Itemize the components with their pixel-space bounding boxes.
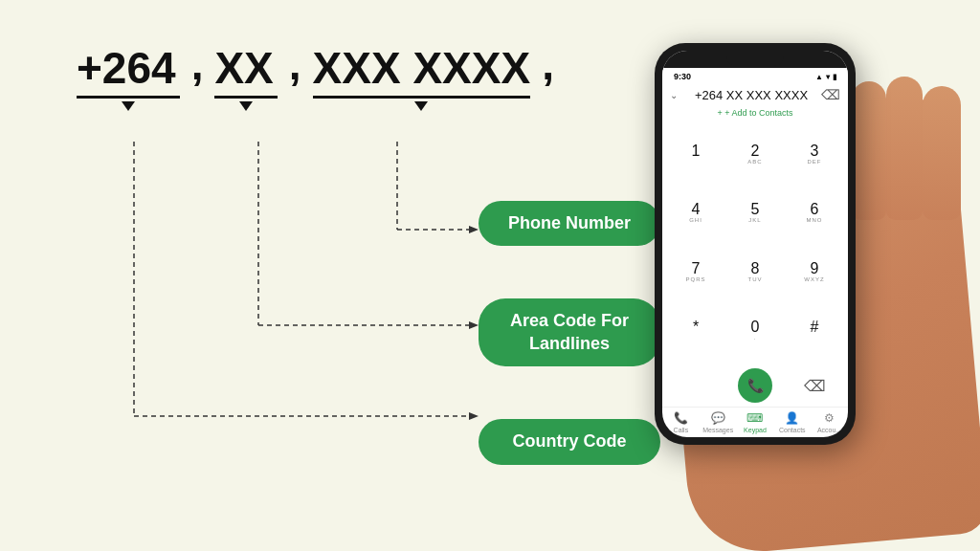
keypad-icon: ⌨ xyxy=(746,411,763,425)
add-icon: + xyxy=(717,108,722,118)
notch xyxy=(726,55,784,66)
svg-marker-5 xyxy=(469,321,479,329)
key-5[interactable]: 5JKL xyxy=(725,185,785,244)
nav-account[interactable]: ⚙ Accou... xyxy=(811,411,848,433)
number-display: ⌄ +264 XX XXX XXXX ⌫ xyxy=(662,83,848,106)
separator1: , xyxy=(191,38,204,90)
status-bar: 9:30 ▲ ▾ ▮ xyxy=(662,68,848,83)
account-icon: ⚙ xyxy=(824,411,835,425)
messages-icon: 💬 xyxy=(711,411,725,425)
separator3: , xyxy=(542,38,554,90)
segment-area-text: XX xyxy=(214,42,277,99)
key-4[interactable]: 4GHI xyxy=(666,185,725,244)
nav-keypad-label: Keypad xyxy=(744,427,767,433)
key-7[interactable]: 7PQRS xyxy=(666,243,725,302)
signal-icon: ▲ xyxy=(815,73,823,81)
call-button[interactable]: 📞 xyxy=(738,368,772,403)
key-0[interactable]: 0. xyxy=(725,302,785,362)
nav-keypad[interactable]: ⌨ Keypad xyxy=(737,411,774,433)
status-icons: ▲ ▾ ▮ xyxy=(815,73,836,81)
nav-account-label: Accou... xyxy=(817,427,841,433)
svg-marker-8 xyxy=(469,412,479,420)
segment-country-text: +264 xyxy=(77,42,180,99)
nav-messages[interactable]: 💬 Messages xyxy=(700,411,737,433)
nav-messages-label: Messages xyxy=(702,427,733,433)
action-row: 📞 ⌫ xyxy=(662,364,848,407)
nav-calls-label: Calls xyxy=(674,427,689,433)
notch-area xyxy=(662,51,848,68)
key-3[interactable]: 3DEF xyxy=(785,125,844,185)
segment-area: XX xyxy=(214,42,277,111)
finger3 xyxy=(852,81,886,220)
finger1 xyxy=(923,86,961,220)
svg-marker-2 xyxy=(469,226,479,233)
diagram-area: +264 , XX , XXX XXXX , xyxy=(48,38,641,517)
wifi-icon: ▾ xyxy=(826,73,830,81)
phone-mockup: 9:30 ▲ ▾ ▮ ⌄ +264 XX XXX XXXX ⌫ + + xyxy=(655,43,856,445)
key-6[interactable]: 6MNO xyxy=(785,185,844,244)
key-9[interactable]: 9WXYZ xyxy=(785,243,844,302)
key-hash[interactable]: # xyxy=(785,302,844,362)
segment-country-arrow xyxy=(122,101,135,111)
segment-phone-arrow xyxy=(414,101,428,111)
nav-contacts[interactable]: 👤 Contacts xyxy=(773,411,811,433)
battery-icon: ▮ xyxy=(833,73,836,81)
contacts-icon: 👤 xyxy=(785,411,799,425)
calls-icon: 📞 xyxy=(674,411,688,425)
bottom-nav: 📞 Calls 💬 Messages ⌨ Keypad 👤 Contacts xyxy=(662,407,848,437)
nav-calls[interactable]: 📞 Calls xyxy=(662,411,700,433)
segment-phone-text: XXX XXXX xyxy=(313,42,531,99)
add-contacts-label: + Add to Contacts xyxy=(724,108,792,118)
dialed-number: +264 XX XXX XXXX xyxy=(681,88,821,102)
status-time: 9:30 xyxy=(674,72,691,81)
segment-area-arrow xyxy=(239,101,253,111)
backspace-icon[interactable]: ⌫ xyxy=(821,87,840,102)
key-8[interactable]: 8TUV xyxy=(725,243,785,302)
delete-button[interactable]: ⌫ xyxy=(785,377,844,395)
chevron-down-icon[interactable]: ⌄ xyxy=(670,90,678,100)
phone-area: 9:30 ▲ ▾ ▮ ⌄ +264 XX XXX XXXX ⌫ + + xyxy=(626,29,970,545)
nav-contacts-label: Contacts xyxy=(779,427,806,433)
keypad: 1 2ABC 3DEF 4GHI 5JKL 6MNO 7PQRS 8TUV 9W… xyxy=(662,121,848,364)
segment-country: +264 xyxy=(77,42,180,111)
separator2: , xyxy=(289,38,301,90)
segment-phone: XXX XXXX xyxy=(313,42,531,111)
phone-screen: 9:30 ▲ ▾ ▮ ⌄ +264 XX XXX XXXX ⌫ + + xyxy=(662,51,848,437)
finger2 xyxy=(886,77,923,220)
add-contacts[interactable]: + + Add to Contacts xyxy=(662,106,848,121)
key-1[interactable]: 1 xyxy=(666,125,725,185)
key-2[interactable]: 2ABC xyxy=(725,125,785,185)
key-star[interactable]: * xyxy=(666,302,725,362)
